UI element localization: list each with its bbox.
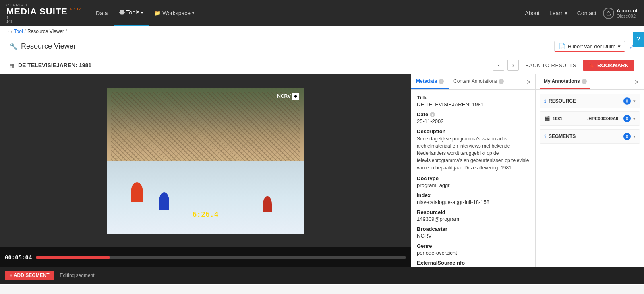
program-title: DE TELEVISIEJAREN: 1981 xyxy=(18,62,91,68)
resource-viewer-header: 🔧 Resource Viewer 📄 Hilbert van der Duim… xyxy=(0,37,644,56)
workspace-dropdown-icon: ▾ xyxy=(192,11,194,15)
tab-my-annotations[interactable]: My Annotations i xyxy=(540,74,590,89)
annotations-panel-close[interactable]: ✕ xyxy=(634,79,639,85)
doc-icon: 📄 xyxy=(559,43,565,49)
annotation-segments-header[interactable]: ℹ SEGMENTS 0 ▾ xyxy=(540,130,640,143)
ncrv-diamond: ◆ xyxy=(292,93,299,100)
resource-id-count-badge: 0 xyxy=(623,115,631,122)
video-section: 6:26.4 NCRV ◆ 00:05:04 xyxy=(0,74,644,267)
program-navigation: ‹ › BACK TO RESULTS 🔖 BOOKMARK xyxy=(493,60,634,71)
tools-icon xyxy=(119,10,125,15)
progress-bar[interactable] xyxy=(36,256,406,259)
skater3 xyxy=(263,196,272,212)
next-result-button[interactable]: › xyxy=(507,60,519,71)
bookmark-icon: 🔖 xyxy=(588,62,595,68)
time-display: 00:05:04 xyxy=(5,254,32,261)
nav-workspace[interactable]: 📁 Workspace ▾ xyxy=(149,0,200,26)
metadata-info-icon: i xyxy=(439,79,444,84)
annotations-header: My Annotations i ✕ xyxy=(536,74,644,90)
progress-fill xyxy=(36,256,110,259)
video-timestamp: 6:26.4 xyxy=(192,210,218,218)
meta-broadcaster: Broadcaster NCRV xyxy=(417,226,530,239)
resource-viewer-icon: 🔧 xyxy=(10,43,18,50)
resource-viewer-title: Resource Viewer xyxy=(21,42,76,51)
account-area[interactable]: Account Olese002 xyxy=(603,8,638,19)
top-navigation: CLARIAH MEDIA SUITE V 4.12 1149 Data Too… xyxy=(0,0,644,26)
annotation-segments-section: ℹ SEGMENTS 0 ▾ xyxy=(540,129,640,144)
bookmark-button[interactable]: 🔖 BOOKMARK xyxy=(583,60,634,71)
nav-learn[interactable]: Learn ▾ xyxy=(546,10,571,16)
main-content: 🔧 Resource Viewer 📄 Hilbert van der Duim… xyxy=(0,37,644,285)
account-icon xyxy=(603,8,614,19)
video-player-area: 6:26.4 NCRV ◆ 00:05:04 xyxy=(0,74,411,267)
prev-result-button[interactable]: ‹ xyxy=(493,60,504,71)
panel-tabs: Metadata i Content Annotations i ✕ xyxy=(411,74,535,90)
app-version: V 4.12 xyxy=(70,7,81,11)
breadcrumb-sep3: / xyxy=(66,29,67,34)
add-segment-button[interactable]: + ADD SEGMENT xyxy=(5,271,54,280)
content-annotations-info-icon: i xyxy=(499,79,504,84)
nav-tools[interactable]: Tools ▾ xyxy=(114,0,149,26)
resource-chevron-icon: ▾ xyxy=(633,99,636,104)
resource-id-chevron-icon: ▾ xyxy=(633,116,636,121)
segments-section-label: SEGMENTS xyxy=(549,134,621,139)
meta-genre: Genre periode-overzicht xyxy=(417,243,530,256)
user-selector-label: Hilbert van der Duim xyxy=(568,43,616,49)
metadata-panel: Metadata i Content Annotations i ✕ Title… xyxy=(411,74,535,267)
external-source-link[interactable]: External source xyxy=(417,267,453,267)
meta-external-source: ExternalSourceInfo External source xyxy=(417,260,530,267)
rv-right: 📄 Hilbert van der Duim ▾ ↗ xyxy=(554,41,635,52)
resource-section-label: RESOURCE xyxy=(549,98,621,104)
help-button[interactable]: ? xyxy=(633,32,644,47)
resource-info-icon: ℹ xyxy=(544,98,546,104)
editing-segment-label: Editing segment: xyxy=(60,273,96,278)
tab-content-annotations[interactable]: Content Annotations i xyxy=(449,74,509,89)
grid-icon: ▦ xyxy=(10,62,15,68)
meta-index: Index nisv-catalogue-aggr-full-18-158 xyxy=(417,192,530,205)
breadcrumb-tool[interactable]: Tool xyxy=(14,29,23,34)
user-selector-dropdown[interactable]: 📄 Hilbert van der Duim ▾ xyxy=(554,41,625,52)
segments-count-badge: 0 xyxy=(623,133,631,140)
annotation-resource-header[interactable]: ℹ RESOURCE 0 ▾ xyxy=(540,94,640,108)
tools-dropdown-icon: ▾ xyxy=(141,10,143,15)
date-info-icon: i xyxy=(430,112,435,117)
nav-contact[interactable]: Contact xyxy=(574,10,600,16)
user-selector-chevron: ▾ xyxy=(618,43,621,49)
workspace-icon: 📁 xyxy=(154,10,161,16)
app-counter: 1149 xyxy=(6,16,81,23)
nav-right: About Learn ▾ Contact Account Olese002 xyxy=(522,8,638,19)
rv-title-area: 🔧 Resource Viewer xyxy=(10,42,76,51)
meta-date: Date i 25-11-2002 xyxy=(417,111,530,124)
back-to-results-link[interactable]: BACK TO RESULTS xyxy=(522,62,580,68)
annotation-resource-id-header[interactable]: 🎬 1981__________-HRE000349A9 0 ▾ xyxy=(540,112,640,125)
app-name: MEDIA SUITE xyxy=(6,7,68,16)
skater1 xyxy=(131,182,143,202)
segment-editor-bar: + ADD SEGMENT Editing segment: xyxy=(0,267,644,284)
resource-id-label: 1981__________-HRE000349A9 xyxy=(553,116,621,121)
segments-info-icon: ℹ xyxy=(544,134,546,139)
learn-dropdown-icon: ▾ xyxy=(565,10,567,16)
tab-metadata[interactable]: Metadata i xyxy=(411,74,449,89)
annotation-resource-id-section: 🎬 1981__________-HRE000349A9 0 ▾ xyxy=(540,111,640,126)
logo-area: CLARIAH MEDIA SUITE V 4.12 1149 xyxy=(6,3,81,23)
video-thumbnail: 6:26.4 NCRV ◆ xyxy=(107,88,304,234)
program-title-area: ▦ DE TELEVISIEJAREN: 1981 xyxy=(10,62,91,68)
account-text: Account Olese002 xyxy=(617,8,638,19)
video-frame[interactable]: 6:26.4 NCRV ◆ xyxy=(0,74,411,247)
metadata-content: Title DE TELEVISIEJAREN: 1981 Date i 25-… xyxy=(411,90,535,267)
breadcrumb-sep1: / xyxy=(11,29,12,34)
segments-chevron-icon: ▾ xyxy=(633,134,636,139)
meta-title: Title DE TELEVISIEJAREN: 1981 xyxy=(417,95,530,107)
breadcrumb-sep2: / xyxy=(25,29,26,34)
program-bar: ▦ DE TELEVISIEJAREN: 1981 ‹ › BACK TO RE… xyxy=(0,56,644,74)
home-icon[interactable]: ⌂ xyxy=(6,29,9,34)
film-icon: 🎬 xyxy=(544,116,550,121)
user-icon xyxy=(606,10,611,16)
meta-resourceid: ResourceId 149309@program xyxy=(417,209,530,222)
video-controls: 00:05:04 xyxy=(0,247,411,267)
nav-about[interactable]: About xyxy=(522,10,543,16)
crowd-area xyxy=(107,88,304,169)
my-annotations-panel: My Annotations i ✕ ℹ RESOURCE 0 ▾ 🎬 xyxy=(535,74,644,267)
nav-data[interactable]: Data xyxy=(90,0,114,26)
metadata-panel-close[interactable]: ✕ xyxy=(522,75,535,89)
